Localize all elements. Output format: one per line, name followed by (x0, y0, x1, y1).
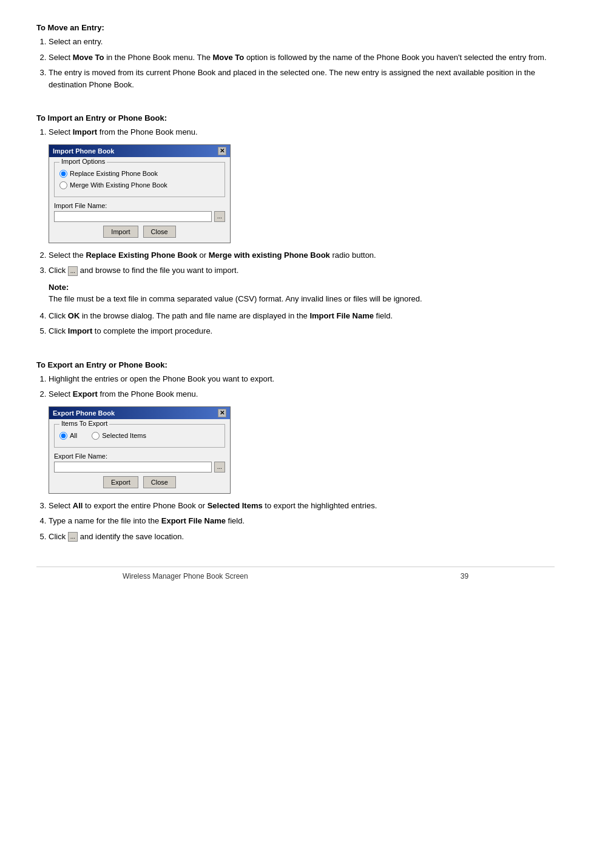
export-file-label: Export File Name: (54, 453, 225, 460)
import-heading: To Import an Entry or Phone Book: (36, 113, 555, 123)
import-radio-merge-label: Merge With Existing Phone Book (70, 181, 167, 189)
export-dialog-screenshot: Export Phone Book ✕ Items To Export All … (49, 406, 555, 494)
import-step-4: Click OK in the browse dialog. The path … (49, 310, 555, 322)
import-steps-list-2: Select the Replace Existing Phone Book o… (49, 249, 555, 337)
import-section: To Import an Entry or Phone Book: Select… (36, 113, 555, 337)
import-note: Note: The file must be a text file in co… (49, 281, 555, 305)
footer-text: Wireless Manager Phone Book Screen (123, 572, 248, 580)
import-note-text: The file must be a text file in comma se… (49, 294, 422, 303)
export-step-1: Highlight the entries or open the Phone … (49, 373, 555, 385)
export-step-4: Type a name for the file into the Export… (49, 515, 555, 527)
move-step-3: The entry is moved from its current Phon… (49, 67, 555, 90)
import-file-label: Import File Name: (54, 202, 225, 209)
import-radio2-row: Merge With Existing Phone Book (59, 181, 220, 189)
export-options-group: Items To Export All Selected Items (54, 424, 225, 448)
import-step-3: Click ... and browse to find the file yo… (49, 264, 555, 305)
import-dialog-buttons: Import Close (54, 226, 225, 238)
move-step-1: Select an entry. (49, 36, 555, 48)
export-steps-list: Highlight the entries or open the Phone … (49, 373, 555, 400)
import-close-button[interactable]: Close (143, 226, 176, 238)
import-radio-replace-label: Replace Existing Phone Book (70, 170, 158, 177)
import-step-5: Click Import to complete the import proc… (49, 325, 555, 337)
import-file-input[interactable] (54, 211, 212, 222)
export-dialog-buttons: Export Close (54, 476, 225, 488)
import-browse-button[interactable]: ... (214, 211, 225, 222)
export-close-button[interactable]: Close (143, 476, 176, 488)
import-radio1-row: Replace Existing Phone Book (59, 170, 220, 178)
page-footer: Wireless Manager Phone Book Screen 39 (36, 567, 555, 580)
export-dialog-close-btn[interactable]: ✕ (218, 409, 226, 417)
export-dialog-content: Items To Export All Selected Items Expor… (49, 419, 230, 493)
import-dialog-box: Import Phone Book ✕ Import Options Repla… (49, 144, 231, 243)
export-step-2: Select Export from the Phone Book menu. (49, 388, 555, 400)
export-dialog-titlebar: Export Phone Book ✕ (49, 407, 230, 419)
export-radio1-row: All Selected Items (59, 432, 220, 440)
move-section: To Move an Entry: Select an entry. Selec… (36, 23, 555, 90)
export-step-5: Click ... and identify the save location… (49, 531, 555, 543)
export-steps-list-2: Select All to export the entire Phone Bo… (49, 500, 555, 543)
export-radio-all-group: All (59, 432, 77, 440)
import-dialog-close-btn[interactable]: ✕ (218, 147, 226, 155)
import-step-2: Select the Replace Existing Phone Book o… (49, 249, 555, 261)
export-browse-button[interactable]: ... (214, 462, 225, 473)
import-step-1: Select Import from the Phone Book menu. (49, 126, 555, 138)
export-export-button[interactable]: Export (103, 476, 138, 488)
import-radio-replace[interactable] (59, 170, 67, 178)
export-radio-all[interactable] (59, 432, 67, 440)
move-heading: To Move an Entry: (36, 23, 555, 32)
export-dialog-title: Export Phone Book (53, 409, 115, 417)
import-note-label: Note: (49, 283, 69, 292)
export-heading: To Export an Entry or Phone Book: (36, 360, 555, 369)
footer-page: 39 (461, 572, 468, 580)
export-file-input-row: ... (54, 462, 225, 473)
export-radio-all-label: All (70, 432, 77, 439)
move-steps-list: Select an entry. Select Move To in the P… (49, 36, 555, 90)
import-import-button[interactable]: Import (103, 226, 138, 238)
import-dialog-title: Import Phone Book (53, 147, 114, 155)
import-radio-merge[interactable] (59, 181, 67, 189)
import-options-group: Import Options Replace Existing Phone Bo… (54, 162, 225, 197)
export-file-input[interactable] (54, 462, 212, 473)
export-step-3: Select All to export the entire Phone Bo… (49, 500, 555, 512)
import-dialog-screenshot: Import Phone Book ✕ Import Options Repla… (49, 144, 555, 243)
export-browse-inline: ... (68, 532, 78, 542)
import-file-input-row: ... (54, 211, 225, 222)
move-step-2: Select Move To in the Phone Book menu. T… (49, 52, 555, 64)
export-radio-selected-label: Selected Items (102, 432, 146, 439)
export-radio-selected[interactable] (92, 432, 100, 440)
export-radio-selected-group: Selected Items (92, 432, 146, 440)
export-section: To Export an Entry or Phone Book: Highli… (36, 360, 555, 543)
export-options-label: Items To Export (59, 420, 109, 427)
import-dialog-titlebar: Import Phone Book ✕ (49, 145, 230, 157)
import-options-label: Import Options (59, 158, 107, 165)
import-steps-list: Select Import from the Phone Book menu. (49, 126, 555, 138)
import-dialog-content: Import Options Replace Existing Phone Bo… (49, 157, 230, 243)
export-dialog-box: Export Phone Book ✕ Items To Export All … (49, 406, 231, 494)
import-browse-inline: ... (68, 266, 78, 276)
